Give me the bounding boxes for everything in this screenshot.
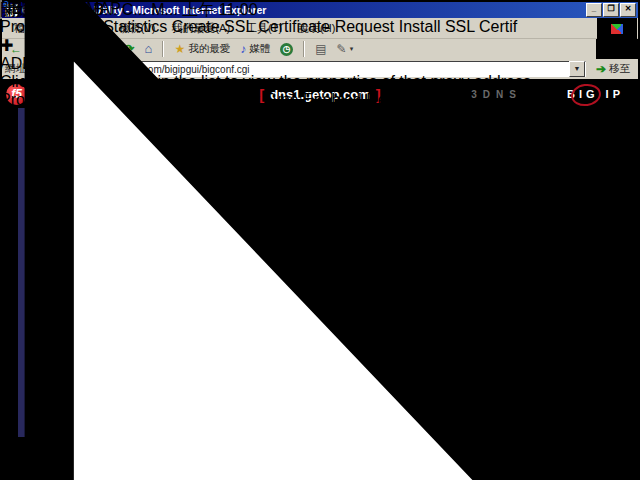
mouse-cursor [0,0,640,480]
screen: Configuration Utility - Microsoft Intern… [0,0,640,480]
